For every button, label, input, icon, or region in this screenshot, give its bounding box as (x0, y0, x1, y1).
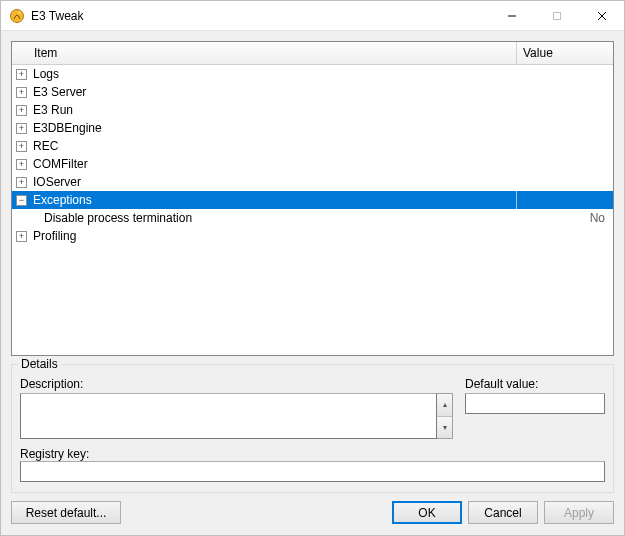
tree-item-label: +E3DBEngine (12, 119, 517, 137)
client-area: Item Value +Logs+E3 Server+E3 Run+E3DBEn… (1, 31, 624, 535)
expand-icon[interactable]: + (16, 123, 27, 134)
svg-point-2 (19, 11, 21, 13)
expand-icon[interactable]: + (16, 87, 27, 98)
settings-tree[interactable]: Item Value +Logs+E3 Server+E3 Run+E3DBEn… (11, 41, 614, 356)
expand-icon[interactable]: + (16, 105, 27, 116)
tree-group[interactable]: +REC (12, 137, 613, 155)
apply-button[interactable]: Apply (544, 501, 614, 524)
tree-group[interactable]: +E3DBEngine (12, 119, 613, 137)
collapse-icon[interactable]: − (16, 195, 27, 206)
tree-item-label: −Exceptions (12, 191, 517, 209)
column-header-item[interactable]: Item (12, 42, 517, 64)
description-scroll[interactable]: ▴ ▾ (437, 393, 453, 439)
tree-group[interactable]: +Profiling (12, 227, 613, 245)
column-header-value[interactable]: Value (517, 42, 613, 64)
tree-item[interactable]: Disable process terminationNo (12, 209, 613, 227)
reset-default-button[interactable]: Reset default... (11, 501, 121, 524)
details-group: Details Description: ▴ ▾ Default value: … (11, 364, 614, 493)
tree-group[interactable]: +E3 Run (12, 101, 613, 119)
default-value-label: Default value: (465, 377, 605, 391)
expand-icon[interactable]: + (16, 69, 27, 80)
registry-key-label: Registry key: (20, 447, 89, 461)
tree-item-label: +IOServer (12, 173, 517, 191)
tree-item-label: +COMFilter (12, 155, 517, 173)
titlebar: E3 Tweak (1, 1, 624, 31)
tree-empty-area (12, 245, 613, 355)
expand-icon[interactable]: + (16, 159, 27, 170)
close-button[interactable] (579, 1, 624, 30)
default-value-field[interactable] (465, 393, 605, 414)
tree-item-label: Disable process termination (12, 209, 517, 227)
button-bar: Reset default... OK Cancel Apply (11, 501, 614, 524)
maximize-button[interactable] (534, 1, 579, 30)
tree-item-label: +Profiling (12, 227, 517, 245)
tree-item-label: +Logs (12, 65, 517, 83)
tree-header: Item Value (12, 42, 613, 65)
tree-item-label: +E3 Run (12, 101, 517, 119)
minimize-button[interactable] (489, 1, 534, 30)
svg-rect-4 (553, 12, 560, 19)
app-icon (9, 8, 25, 24)
tree-group[interactable]: −Exceptions (12, 191, 613, 209)
registry-key-field[interactable] (20, 461, 605, 482)
expand-icon[interactable]: + (16, 231, 27, 242)
description-text[interactable] (20, 393, 437, 439)
window-title: E3 Tweak (31, 9, 489, 23)
tree-item-label: +E3 Server (12, 83, 517, 101)
cancel-button[interactable]: Cancel (468, 501, 538, 524)
tree-item-label: +REC (12, 137, 517, 155)
scroll-down-icon[interactable]: ▾ (437, 417, 452, 439)
tree-group[interactable]: +Logs (12, 65, 613, 83)
details-legend: Details (18, 357, 61, 371)
tree-group[interactable]: +E3 Server (12, 83, 613, 101)
description-label: Description: (20, 377, 453, 391)
expand-icon[interactable]: + (16, 141, 27, 152)
expand-icon[interactable]: + (16, 177, 27, 188)
tree-item-value: No (517, 209, 613, 227)
ok-button[interactable]: OK (392, 501, 462, 524)
scroll-up-icon[interactable]: ▴ (437, 394, 452, 417)
tree-group[interactable]: +IOServer (12, 173, 613, 191)
tree-group[interactable]: +COMFilter (12, 155, 613, 173)
window-buttons (489, 1, 624, 30)
